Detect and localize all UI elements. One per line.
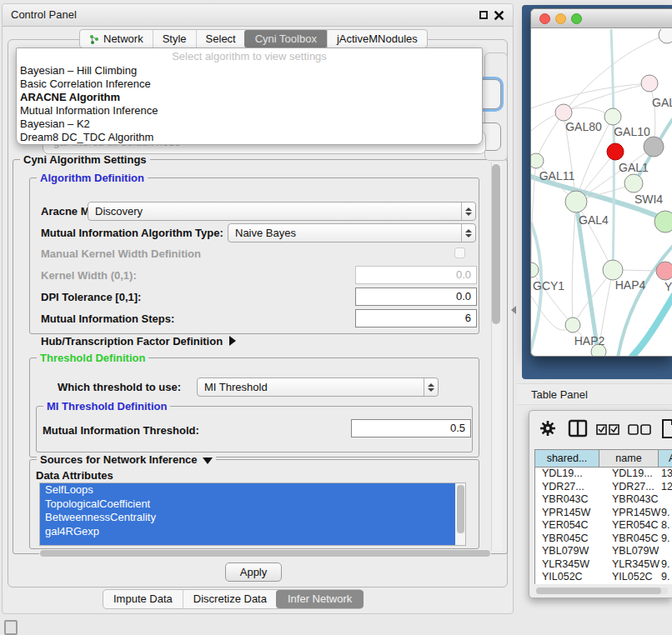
zoom-traffic-icon[interactable] [571, 13, 582, 24]
table-row[interactable]: YBR045CYBR045C9. [535, 532, 672, 546]
manual-kernel-width-checkbox[interactable] [454, 248, 465, 258]
network-window-titlebar[interactable] [531, 9, 672, 28]
algorithm-option[interactable]: Bayesian – K2 [20, 118, 90, 131]
which-threshold-combo[interactable]: MI Threshold [197, 378, 439, 397]
table-horizontal-scrollbar-thumb[interactable] [536, 588, 661, 594]
tab-cyni-toolbox[interactable]: Cyni Toolbox [244, 30, 328, 48]
table-row[interactable]: YDL19...YDL19...13 [535, 468, 672, 481]
cell-col3: 13 [661, 468, 672, 481]
list-item[interactable]: TopologicalCoefficient [40, 498, 456, 512]
node-gcy1[interactable] [531, 262, 539, 278]
apply-button[interactable]: Apply [225, 562, 282, 582]
expanded-arrow-icon [203, 458, 213, 464]
column-header-clipped[interactable]: A [659, 449, 672, 468]
cell-shared: YIL052C [542, 571, 583, 584]
tab-jactivemnodules[interactable]: jActiveMNodules [327, 30, 427, 48]
mi-steps-field[interactable]: 6 [355, 309, 477, 328]
table-row[interactable]: YIL052CYIL052C9. [535, 571, 672, 584]
column-header-name[interactable]: name [599, 449, 659, 468]
cell-shared: YBR045C [542, 532, 589, 546]
cell-name: YBR043C [612, 493, 659, 507]
node-gray[interactable] [644, 137, 664, 157]
node-gal4[interactable] [565, 191, 587, 212]
hub-section-label: Hub/Transcription Factor Definition [41, 335, 223, 348]
network-canvas[interactable]: GAL GAL80 GAL10 GAL1 GAL11 SWI4 GAL4 GCY… [531, 29, 672, 357]
tab-label: jActiveMNodules [337, 30, 418, 48]
control-panel: Control Panel Network Style Select Cyni … [2, 3, 514, 614]
algorithm-option[interactable]: Basic Correlation Inference [20, 78, 151, 91]
column-header-shared[interactable]: shared... [534, 449, 599, 468]
node-label: Y [664, 280, 672, 293]
algorithm-option[interactable]: Dream8 DC_TDC Algorithm [20, 131, 153, 144]
split-view-icon[interactable] [568, 419, 588, 438]
algorithm-option[interactable]: Mutual Information Inference [20, 104, 158, 118]
tab-impute-data[interactable]: Impute Data [103, 590, 183, 608]
tab-discretize-data[interactable]: Discretize Data [183, 590, 277, 608]
node-gal1[interactable] [624, 174, 643, 192]
node-hap4[interactable] [603, 260, 623, 280]
node-salmon[interactable] [656, 262, 672, 280]
node-gal10[interactable] [604, 108, 621, 125]
table-row[interactable]: YER054CYER054C8. [535, 519, 672, 532]
cell-col3: 9. [661, 558, 669, 572]
node-label: GCY1 [533, 279, 564, 292]
mi-threshold-label: Mutual Information Threshold: [43, 424, 199, 437]
tab-style[interactable]: Style [153, 30, 196, 48]
node-gal[interactable] [641, 75, 658, 92]
network-window: GAL GAL80 GAL10 GAL1 GAL11 SWI4 GAL4 GCY… [530, 8, 672, 357]
node-gal11[interactable] [531, 153, 544, 168]
list-item[interactable]: SelfLoops [40, 483, 456, 498]
deselect-all-columns-icon[interactable] [628, 424, 651, 435]
cell-name: YER054C [612, 519, 659, 532]
close-icon[interactable] [494, 10, 504, 21]
minimize-traffic-icon[interactable] [555, 13, 566, 24]
dpi-tolerance-field[interactable]: 0.0 [355, 288, 477, 306]
table-row[interactable]: YBR043CYBR043C [535, 493, 672, 507]
node-green-large[interactable] [654, 211, 672, 232]
node-gal80[interactable] [555, 104, 572, 121]
table-row[interactable]: YBL079WYBL079W [535, 545, 672, 558]
cell-col3: 9. [661, 571, 669, 584]
hub-section-toggle[interactable]: Hub/Transcription Factor Definition [41, 335, 236, 348]
algorithm-option[interactable]: Bayesian – Hill Climbing [20, 64, 137, 78]
group-title: Sources for Network Inference [40, 453, 198, 466]
node-label: GAL1 [619, 161, 649, 174]
sources-group-toggle[interactable]: Sources for Network Inference [37, 453, 216, 466]
group-title: Threshold Definition [37, 352, 148, 364]
tab-select[interactable]: Select [196, 30, 245, 48]
list-item[interactable]: BetweennessCentrality [40, 511, 456, 525]
cell-shared: YER054C [542, 519, 589, 532]
group-title: MI Threshold Definition [43, 400, 170, 412]
gear-icon[interactable] [539, 419, 556, 438]
horizontal-scrollbar-thumb[interactable] [40, 550, 490, 557]
combo-value: Naive Bayes [228, 227, 461, 239]
tab-network[interactable]: Network [80, 30, 153, 48]
kernel-width-field[interactable]: 0.0 [355, 266, 477, 284]
select-all-columns-icon[interactable] [596, 424, 619, 435]
list-scrollbar-thumb[interactable] [457, 485, 464, 533]
table-row[interactable]: YDR27...YDR27...12 [535, 481, 672, 494]
panel-splitter-arrow-icon[interactable] [511, 306, 516, 314]
table-row[interactable]: YPR145WYPR145W9. [535, 507, 672, 520]
node-hap2[interactable] [565, 318, 580, 332]
cell-name: YPR145W [612, 507, 660, 520]
settings-scrollbar-thumb[interactable] [492, 164, 500, 324]
close-traffic-icon[interactable] [539, 13, 550, 24]
mi-threshold-field[interactable]: 0.5 [351, 419, 471, 438]
combo-value: Discovery [88, 205, 461, 218]
algorithm-option-highlighted[interactable]: ARACNE Algorithm [20, 91, 120, 104]
list-item[interactable] [40, 538, 456, 546]
table-row[interactable]: YLR345WYLR345W9. [535, 558, 672, 572]
aracne-mode-combo[interactable]: Discovery [88, 202, 476, 221]
page-icon[interactable] [661, 418, 672, 439]
list-item[interactable]: gal4RGexp [40, 525, 456, 539]
cell-shared: YBL079W [542, 545, 589, 558]
cell-name: YLR345W [612, 558, 659, 572]
float-window-icon[interactable] [479, 11, 488, 19]
mi-algorithm-type-combo[interactable]: Naive Bayes [228, 223, 476, 242]
minimized-panel-icon[interactable] [4, 620, 18, 635]
node[interactable] [659, 29, 672, 43]
node-red-selected[interactable] [607, 143, 624, 160]
tab-infer-network[interactable]: Infer Network [276, 590, 364, 608]
node-label: GAL10 [614, 125, 650, 138]
